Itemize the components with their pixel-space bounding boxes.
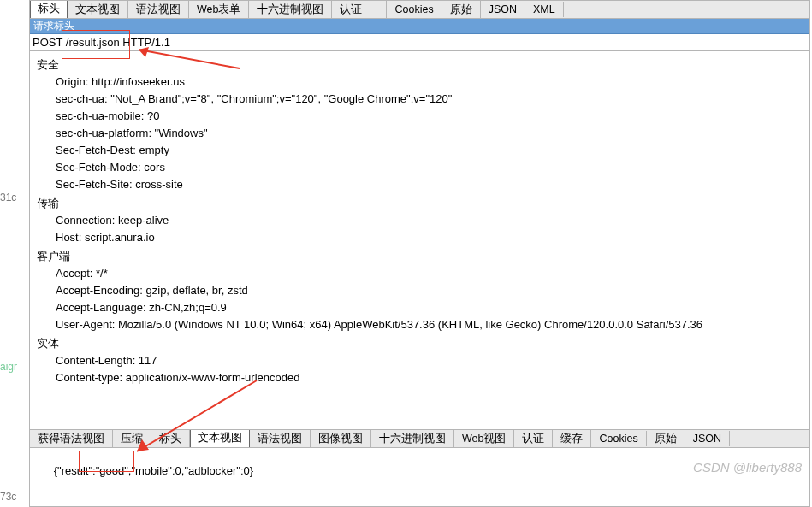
header-row[interactable]: Originhttp://infoseeker.us <box>56 74 808 91</box>
header-row[interactable]: Content-Length117 <box>56 352 808 369</box>
header-value: */* <box>96 267 108 280</box>
tab-hexview2[interactable]: 十六进制视图 <box>371 430 454 448</box>
tab-cookies[interactable]: Cookies <box>387 2 442 17</box>
header-name: Accept <box>56 267 96 280</box>
header-value: zh-CN,zh;q=0.9 <box>149 301 227 314</box>
header-name: sec-ch-ua-platform <box>56 127 155 139</box>
header-value: 117 <box>139 354 157 367</box>
header-name: Sec-Fetch-Site <box>56 178 135 191</box>
tab-textview[interactable]: 文本视图 <box>68 1 128 19</box>
header-value: "Not_A Brand";v="8", "Chromium";v="120",… <box>110 92 452 105</box>
header-value: "Windows" <box>155 127 208 139</box>
header-group: 安全Originhttp://infoseeker.ussec-ch-ua"No… <box>37 56 808 193</box>
header-name: Content-Length <box>56 354 139 367</box>
watermark: CSDN @liberty888 <box>693 460 802 475</box>
header-value: cross-site <box>135 178 183 191</box>
header-row[interactable]: Connectionkeep-alive <box>56 212 808 229</box>
header-row[interactable]: sec-ch-ua-mobile?0 <box>56 108 808 125</box>
tab-headers2[interactable]: 标头 <box>151 430 190 448</box>
tab-syntaxview2[interactable]: 语法视图 <box>250 430 311 448</box>
tab-auth[interactable]: 认证 <box>332 1 370 19</box>
inspector-panel: 标头文本视图语法视图Web表单十六进制视图认证Cookies原始JSONXML … <box>29 0 810 507</box>
header-name: Accept-Language <box>56 301 149 314</box>
tab-json[interactable]: JSON <box>481 2 525 17</box>
header-row[interactable]: Accept-Encodinggzip, deflate, br, zstd <box>56 282 808 299</box>
header-row[interactable]: Sec-Fetch-Destempty <box>56 142 808 159</box>
header-name: Origin <box>56 75 92 88</box>
header-name: Sec-Fetch-Mode <box>56 161 144 174</box>
header-group: 实体Content-Length117Content-typeapplicati… <box>37 335 808 386</box>
tab-compress[interactable]: 压缩 <box>113 430 151 448</box>
tab-raw[interactable]: 原始 <box>442 1 481 19</box>
header-name: User-Agent <box>56 318 118 331</box>
tab-auth2[interactable]: 认证 <box>514 430 553 448</box>
tab-imageview[interactable]: 图像视图 <box>311 430 371 448</box>
tab-raw2[interactable]: 原始 <box>647 430 685 448</box>
header-value: empty <box>139 144 169 156</box>
header-name: sec-ch-ua <box>56 92 110 105</box>
tab-xml[interactable]: XML <box>525 2 564 17</box>
header-value: http://infoseeker.us <box>92 75 185 88</box>
header-row[interactable]: Hostscript.anura.io <box>56 229 808 246</box>
tab-hexview[interactable]: 十六进制视图 <box>249 1 332 19</box>
header-row[interactable]: sec-ch-ua-platform"Windows" <box>56 125 808 142</box>
header-name: Connection <box>56 214 118 227</box>
header-group-title: 传输 <box>37 195 808 212</box>
header-group: 客户端Accept*/*Accept-Encodinggzip, deflate… <box>37 248 808 333</box>
request-headers-pane: 安全Originhttp://infoseeker.ussec-ch-ua"No… <box>30 51 809 429</box>
header-group-title: 实体 <box>37 335 808 352</box>
header-name: Accept-Encoding <box>56 284 146 297</box>
header-row[interactable]: Accept-Languagezh-CN,zh;q=0.9 <box>56 299 808 316</box>
request-line: POST /result.json HTTP/1.1 <box>30 34 809 51</box>
header-value: Mozilla/5.0 (Windows NT 10.0; Win64; x64… <box>118 318 702 331</box>
tab-syntaxview[interactable]: 语法视图 <box>128 1 189 19</box>
header-value: cors <box>144 161 165 174</box>
tab-cache[interactable]: 缓存 <box>553 430 591 448</box>
header-value: ?0 <box>147 109 159 122</box>
tab-headers[interactable]: 标头 <box>30 1 68 19</box>
tab-webforms[interactable]: Web表单 <box>189 1 249 19</box>
app-root: 31c aigr 73c 标头文本视图语法视图Web表单十六进制视图认证Cook… <box>0 0 812 507</box>
header-value: application/x-www-form-urlencoded <box>126 371 300 384</box>
header-group-title: 安全 <box>37 56 808 74</box>
tab-webview[interactable]: Web视图 <box>454 430 514 448</box>
tab-cookies2[interactable]: Cookies <box>591 431 646 446</box>
response-body-pane: {"result":"good","mobile":0,"adblocker":… <box>30 448 809 506</box>
header-name: sec-ch-ua-mobile <box>56 109 147 122</box>
header-row[interactable]: Accept*/* <box>56 265 808 282</box>
request-path: /result.json <box>66 36 120 49</box>
header-name: Content-type <box>56 371 126 384</box>
tab-json2[interactable]: JSON <box>685 431 730 446</box>
header-row[interactable]: Content-typeapplication/x-www-form-urlen… <box>56 369 808 386</box>
header-row[interactable]: Sec-Fetch-Sitecross-site <box>56 176 808 193</box>
header-group: 传输Connectionkeep-aliveHostscript.anura.i… <box>37 195 808 246</box>
header-row[interactable]: Sec-Fetch-Modecors <box>56 159 808 176</box>
header-value: keep-alive <box>118 214 169 227</box>
request-tab-strip: 标头文本视图语法视图Web表单十六进制视图认证Cookies原始JSONXML <box>30 1 809 19</box>
gutter-text: aigr <box>0 361 17 373</box>
header-row[interactable]: User-AgentMozilla/5.0 (Windows NT 10.0; … <box>56 316 808 333</box>
header-value: script.anura.io <box>85 231 155 244</box>
gutter-text: 31c <box>0 192 16 203</box>
header-value: gzip, deflate, br, zstd <box>146 284 248 297</box>
response-tab-strip: 获得语法视图压缩标头文本视图语法视图图像视图十六进制视图Web视图认证缓存Coo… <box>30 429 809 448</box>
tab-getsyntax[interactable]: 获得语法视图 <box>30 430 113 448</box>
request-version: HTTP/1.1 <box>122 36 170 49</box>
gutter-text: 73c <box>0 491 16 503</box>
request-method: POST <box>33 36 62 49</box>
header-name: Host <box>56 231 85 244</box>
left-gutter: 31c aigr 73c <box>0 0 29 507</box>
tab-gap <box>370 1 387 18</box>
header-group-title: 客户端 <box>37 248 808 265</box>
header-row[interactable]: sec-ch-ua"Not_A Brand";v="8", "Chromium"… <box>56 91 808 108</box>
response-body-text: {"result":"good","mobile":0,"adblocker":… <box>54 464 254 477</box>
section-bar: 请求标头 <box>30 19 809 34</box>
tab-textview2[interactable]: 文本视图 <box>190 429 250 448</box>
header-name: Sec-Fetch-Dest <box>56 144 139 156</box>
